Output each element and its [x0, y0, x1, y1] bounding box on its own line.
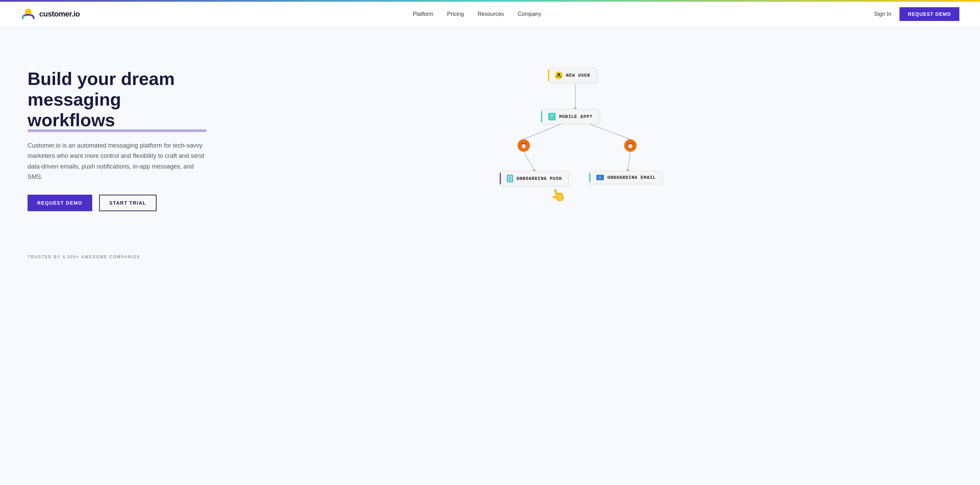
nav-company[interactable]: Company	[518, 11, 541, 17]
logo-text: customer.io	[39, 10, 80, 19]
trusted-text: TRUSTED BY 4,300+ AWESOME COMPANIES	[27, 254, 140, 259]
hero-section: Build your dream messaging workflows Cus…	[0, 27, 980, 246]
user-icon	[555, 72, 563, 79]
trusted-section: TRUSTED BY 4,300+ AWESOME COMPANIES	[0, 246, 980, 274]
svg-line-5	[628, 152, 630, 171]
hero-title: Build your dream messaging workflows	[27, 69, 207, 130]
node-onboarding-email-label: ONBOARDING EMAIL	[607, 175, 656, 180]
hero-buttons: REQUEST DEMO START TRIAL	[27, 195, 207, 211]
request-demo-nav-button[interactable]: REQUEST DEMO	[899, 7, 959, 21]
workflow-node-mobile-app: ? MOBILE APP?	[542, 109, 599, 124]
cursor-decoration: 👆	[549, 186, 567, 204]
node-mobile-app-label: MOBILE APP?	[559, 114, 593, 119]
workflow-node-onboarding-email: ✉ ONBOARDING EMAIL	[590, 171, 662, 184]
request-demo-hero-button[interactable]: REQUEST DEMO	[27, 195, 92, 211]
clock-right-icon: ⏰	[624, 139, 636, 152]
svg-point-6	[558, 73, 560, 75]
workflow-node-new-user: NEW USER	[549, 68, 597, 83]
header-actions: Sign In REQUEST DEMO	[874, 7, 959, 21]
svg-line-3	[585, 122, 630, 139]
hero-left: Build your dream messaging workflows Cus…	[27, 69, 207, 211]
header: customer.io Platform Pricing Resources C…	[0, 2, 980, 27]
workflow-node-onboarding-push: ONBOARDING PUSH	[500, 171, 568, 186]
node-new-user-label: NEW USER	[566, 73, 590, 78]
node-onboarding-push-label: ONBOARDING PUSH	[517, 176, 562, 181]
logo-icon	[21, 6, 36, 22]
sign-in-link[interactable]: Sign In	[874, 11, 892, 17]
hero-title-line2: messaging workflows	[27, 89, 207, 131]
svg-line-2	[524, 122, 566, 139]
clock-left-icon: ⏰	[517, 139, 530, 152]
question-icon: ?	[548, 113, 556, 120]
nav-resources[interactable]: Resources	[477, 11, 504, 17]
nav-platform[interactable]: Platform	[413, 11, 434, 17]
workflow-diagram: NEW USER ? MOBILE APP? ⏰ ⏰ ONBOARDING PU…	[493, 54, 686, 219]
email-icon: ✉	[596, 175, 604, 180]
hero-description: Customer.io is an automated messaging pl…	[27, 140, 207, 182]
main-nav: Platform Pricing Resources Company	[413, 11, 541, 17]
svg-rect-7	[508, 176, 512, 181]
hero-right: NEW USER ? MOBILE APP? ⏰ ⏰ ONBOARDING PU…	[227, 54, 953, 226]
phone-icon	[507, 175, 513, 182]
logo-area[interactable]: customer.io	[21, 6, 80, 22]
start-trial-button[interactable]: START TRIAL	[99, 195, 157, 211]
svg-line-4	[524, 152, 535, 171]
nav-pricing[interactable]: Pricing	[447, 11, 464, 17]
hero-title-line1: Build your dream	[27, 69, 175, 89]
